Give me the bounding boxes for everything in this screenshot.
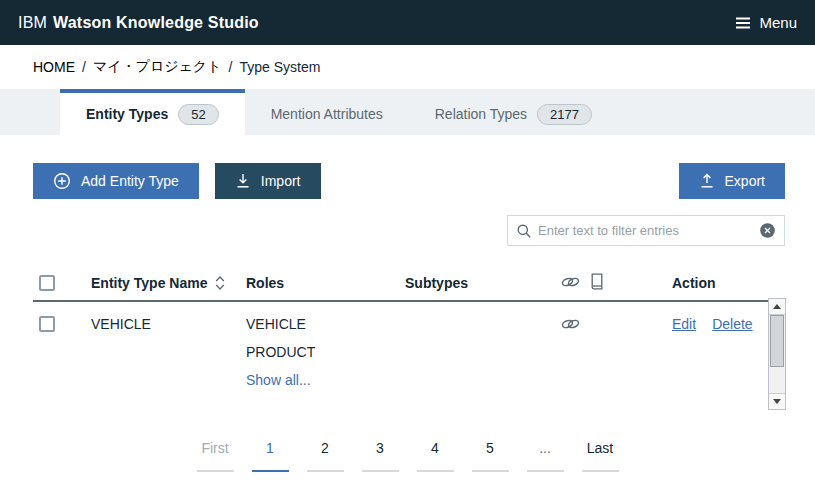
tab-entity-types[interactable]: Entity Types 52 [60, 89, 245, 135]
relation-types-count-badge: 2177 [537, 104, 592, 125]
column-header-name-label: Entity Type Name [91, 275, 207, 291]
export-button[interactable]: Export [679, 163, 785, 199]
delete-link[interactable]: Delete [712, 316, 752, 332]
tab-mention-attributes[interactable]: Mention Attributes [245, 89, 409, 135]
link-icon [560, 316, 581, 332]
brand-ibm: IBM [18, 14, 47, 31]
add-entity-type-label: Add Entity Type [81, 173, 179, 189]
tab-label: Entity Types [86, 106, 168, 122]
sort-icon[interactable] [215, 275, 225, 291]
tab-label: Mention Attributes [271, 106, 383, 122]
table-scrollbar[interactable] [768, 298, 786, 410]
scroll-up-button[interactable] [769, 299, 785, 315]
entity-type-name-cell: VEHICLE [83, 316, 246, 332]
entity-types-table: Entity Type Name Roles Subtypes Action [33, 266, 786, 412]
table-body: VEHICLE VEHICLE PRODUCT Show all... Edit… [33, 302, 786, 412]
row-checkbox-cell [33, 316, 83, 332]
table-row: VEHICLE VEHICLE PRODUCT Show all... Edit… [33, 302, 786, 400]
breadcrumb-separator: / [229, 59, 233, 75]
scroll-down-button[interactable] [769, 393, 785, 409]
plus-circle-icon [53, 172, 71, 190]
select-all-checkbox[interactable] [39, 275, 55, 291]
filter-row [0, 215, 785, 246]
pagination: First 1 2 3 4 5 ... Last [0, 440, 815, 472]
roles-cell: VEHICLE PRODUCT Show all... [246, 316, 405, 400]
breadcrumb-separator: / [82, 59, 86, 75]
filter-input[interactable] [538, 223, 753, 238]
role-value: VEHICLE [246, 316, 405, 332]
column-header-link [560, 274, 590, 293]
column-header-action: Action [672, 275, 786, 291]
toolbar: Add Entity Type Import Export [33, 163, 785, 199]
filter-box [507, 215, 785, 246]
add-entity-type-button[interactable]: Add Entity Type [33, 163, 199, 199]
export-label: Export [725, 173, 765, 189]
row-checkbox[interactable] [39, 316, 55, 332]
scroll-down-arrow-icon [773, 399, 781, 404]
show-all-link[interactable]: Show all... [246, 372, 311, 388]
column-header-name[interactable]: Entity Type Name [83, 275, 246, 291]
pagination-ellipsis[interactable]: ... [527, 440, 564, 472]
edit-link[interactable]: Edit [672, 316, 696, 332]
pagination-last[interactable]: Last [582, 440, 619, 472]
pagination-first[interactable]: First [197, 440, 234, 472]
watson-knowledge-studio-app: IBMWatson Knowledge Studio Menu HOME / マ… [0, 0, 815, 484]
breadcrumb-current: Type System [239, 59, 320, 75]
column-header-dictionary [590, 273, 672, 293]
entity-types-count-badge: 52 [178, 104, 218, 125]
header-checkbox-cell [33, 275, 83, 291]
column-header-subtypes: Subtypes [405, 275, 560, 291]
role-value: PRODUCT [246, 344, 405, 360]
hamburger-icon [735, 16, 751, 30]
pagination-page-2[interactable]: 2 [307, 440, 344, 472]
breadcrumb-home-link[interactable]: HOME [33, 59, 75, 75]
menu-label: Menu [759, 14, 797, 31]
row-link-cell [560, 316, 590, 336]
brand-product: Watson Knowledge Studio [53, 14, 259, 31]
download-icon [235, 173, 251, 189]
scroll-up-arrow-icon [773, 304, 781, 309]
top-bar: IBMWatson Knowledge Studio Menu [0, 0, 815, 45]
import-label: Import [261, 173, 301, 189]
tab-relation-types[interactable]: Relation Types 2177 [409, 89, 618, 135]
tab-bar: Entity Types 52 Mention Attributes Relat… [0, 89, 815, 135]
search-icon [516, 223, 532, 239]
pagination-page-4[interactable]: 4 [417, 440, 454, 472]
table-header-row: Entity Type Name Roles Subtypes Action [33, 266, 786, 302]
app-title: IBMWatson Knowledge Studio [18, 14, 259, 32]
tab-label: Relation Types [435, 106, 527, 122]
clear-filter-icon[interactable] [759, 222, 776, 239]
pagination-page-1[interactable]: 1 [252, 440, 289, 472]
upload-icon [699, 173, 715, 189]
breadcrumb-project-link[interactable]: マイ・プロジェクト [93, 58, 222, 76]
dictionary-icon [590, 273, 604, 290]
pagination-page-3[interactable]: 3 [362, 440, 399, 472]
pagination-page-5[interactable]: 5 [472, 440, 509, 472]
scrollbar-thumb[interactable] [770, 315, 784, 367]
import-button[interactable]: Import [215, 163, 321, 199]
link-icon [560, 274, 581, 290]
menu-button[interactable]: Menu [735, 14, 797, 31]
breadcrumb: HOME / マイ・プロジェクト / Type System [0, 45, 815, 89]
column-header-roles: Roles [246, 275, 405, 291]
